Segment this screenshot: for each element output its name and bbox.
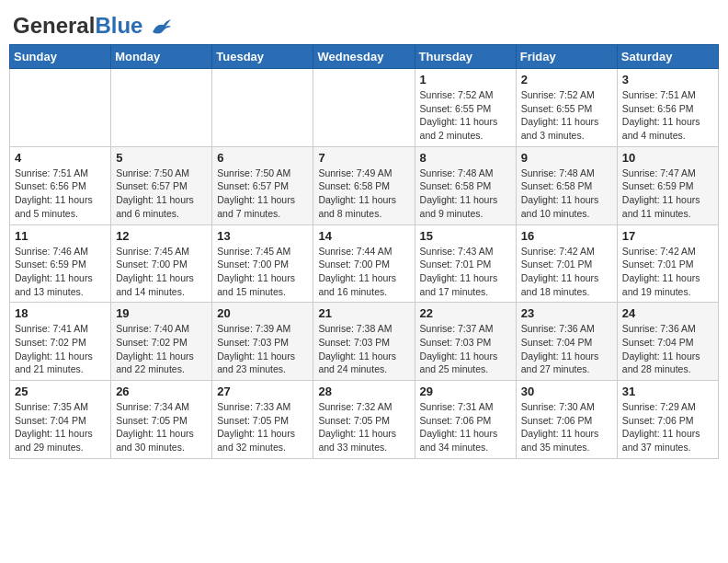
calendar-cell: 14Sunrise: 7:44 AMSunset: 7:00 PMDayligh… bbox=[313, 224, 415, 303]
day-info: Sunrise: 7:35 AMSunset: 7:04 PMDaylight:… bbox=[15, 400, 106, 454]
day-number: 14 bbox=[318, 229, 409, 243]
calendar-cell: 6Sunrise: 7:50 AMSunset: 6:57 PMDaylight… bbox=[212, 146, 313, 224]
day-number: 1 bbox=[420, 73, 511, 86]
weekday-header-sunday: Sunday bbox=[10, 45, 111, 69]
day-info: Sunrise: 7:34 AMSunset: 7:05 PMDaylight:… bbox=[116, 400, 207, 454]
day-info: Sunrise: 7:39 AMSunset: 7:03 PMDaylight:… bbox=[217, 322, 308, 376]
calendar-cell bbox=[313, 69, 415, 147]
calendar-cell: 10Sunrise: 7:47 AMSunset: 6:59 PMDayligh… bbox=[617, 146, 718, 224]
day-info: Sunrise: 7:48 AMSunset: 6:58 PMDaylight:… bbox=[420, 167, 511, 221]
day-info: Sunrise: 7:44 AMSunset: 7:00 PMDaylight:… bbox=[318, 245, 409, 299]
day-number: 11 bbox=[15, 229, 106, 243]
day-number: 24 bbox=[622, 306, 713, 320]
day-number: 19 bbox=[116, 306, 207, 320]
logo-bird-icon bbox=[151, 19, 171, 36]
calendar-week-2: 4Sunrise: 7:51 AMSunset: 6:56 PMDaylight… bbox=[10, 146, 719, 224]
day-info: Sunrise: 7:33 AMSunset: 7:05 PMDaylight:… bbox=[217, 400, 308, 454]
weekday-header-row: SundayMondayTuesdayWednesdayThursdayFrid… bbox=[10, 45, 719, 69]
logo-general: General bbox=[13, 13, 95, 38]
day-number: 4 bbox=[15, 151, 106, 165]
calendar-cell: 29Sunrise: 7:31 AMSunset: 7:06 PMDayligh… bbox=[415, 381, 516, 459]
calendar-cell: 11Sunrise: 7:46 AMSunset: 6:59 PMDayligh… bbox=[10, 224, 111, 303]
calendar-cell: 20Sunrise: 7:39 AMSunset: 7:03 PMDayligh… bbox=[212, 303, 313, 381]
day-number: 21 bbox=[318, 306, 409, 320]
day-info: Sunrise: 7:45 AMSunset: 7:00 PMDaylight:… bbox=[116, 245, 207, 299]
day-number: 5 bbox=[116, 151, 207, 165]
weekday-header-wednesday: Wednesday bbox=[313, 45, 415, 69]
logo-blue: Blue bbox=[95, 13, 142, 38]
calendar-cell: 19Sunrise: 7:40 AMSunset: 7:02 PMDayligh… bbox=[111, 303, 212, 381]
header: GeneralBlue bbox=[9, 9, 719, 37]
day-info: Sunrise: 7:37 AMSunset: 7:03 PMDaylight:… bbox=[420, 322, 511, 376]
calendar-week-5: 25Sunrise: 7:35 AMSunset: 7:04 PMDayligh… bbox=[10, 381, 719, 459]
day-number: 15 bbox=[420, 229, 511, 243]
calendar-cell: 30Sunrise: 7:30 AMSunset: 7:06 PMDayligh… bbox=[516, 381, 617, 459]
calendar-cell: 3Sunrise: 7:51 AMSunset: 6:56 PMDaylight… bbox=[617, 69, 718, 147]
day-info: Sunrise: 7:52 AMSunset: 6:55 PMDaylight:… bbox=[420, 88, 511, 143]
calendar-cell: 13Sunrise: 7:45 AMSunset: 7:00 PMDayligh… bbox=[212, 224, 313, 303]
day-number: 28 bbox=[318, 385, 409, 398]
day-info: Sunrise: 7:46 AMSunset: 6:59 PMDaylight:… bbox=[15, 245, 106, 299]
weekday-header-friday: Friday bbox=[516, 45, 617, 69]
calendar-week-4: 18Sunrise: 7:41 AMSunset: 7:02 PMDayligh… bbox=[10, 303, 719, 381]
day-number: 17 bbox=[622, 229, 713, 243]
day-info: Sunrise: 7:49 AMSunset: 6:58 PMDaylight:… bbox=[318, 167, 409, 221]
day-info: Sunrise: 7:41 AMSunset: 7:02 PMDaylight:… bbox=[15, 322, 106, 376]
day-number: 18 bbox=[15, 306, 106, 320]
calendar-cell: 7Sunrise: 7:49 AMSunset: 6:58 PMDaylight… bbox=[313, 146, 415, 224]
day-number: 20 bbox=[217, 306, 308, 320]
day-number: 3 bbox=[622, 73, 713, 86]
day-info: Sunrise: 7:31 AMSunset: 7:06 PMDaylight:… bbox=[420, 400, 511, 454]
day-number: 26 bbox=[116, 385, 207, 398]
day-number: 23 bbox=[521, 306, 612, 320]
day-number: 29 bbox=[420, 385, 511, 398]
calendar-cell: 12Sunrise: 7:45 AMSunset: 7:00 PMDayligh… bbox=[111, 224, 212, 303]
day-info: Sunrise: 7:29 AMSunset: 7:06 PMDaylight:… bbox=[622, 400, 713, 454]
day-info: Sunrise: 7:50 AMSunset: 6:57 PMDaylight:… bbox=[116, 167, 207, 221]
day-info: Sunrise: 7:51 AMSunset: 6:56 PMDaylight:… bbox=[15, 167, 106, 221]
calendar-table: SundayMondayTuesdayWednesdayThursdayFrid… bbox=[9, 44, 719, 459]
calendar-cell: 22Sunrise: 7:37 AMSunset: 7:03 PMDayligh… bbox=[415, 303, 516, 381]
calendar-week-3: 11Sunrise: 7:46 AMSunset: 6:59 PMDayligh… bbox=[10, 224, 719, 303]
calendar-cell: 24Sunrise: 7:36 AMSunset: 7:04 PMDayligh… bbox=[617, 303, 718, 381]
day-info: Sunrise: 7:52 AMSunset: 6:55 PMDaylight:… bbox=[521, 88, 612, 143]
weekday-header-saturday: Saturday bbox=[617, 45, 718, 69]
day-number: 7 bbox=[318, 151, 409, 165]
day-number: 30 bbox=[521, 385, 612, 398]
day-number: 22 bbox=[420, 306, 511, 320]
day-info: Sunrise: 7:38 AMSunset: 7:03 PMDaylight:… bbox=[318, 322, 409, 376]
day-info: Sunrise: 7:43 AMSunset: 7:01 PMDaylight:… bbox=[420, 245, 511, 299]
calendar-cell: 27Sunrise: 7:33 AMSunset: 7:05 PMDayligh… bbox=[212, 381, 313, 459]
calendar-week-1: 1Sunrise: 7:52 AMSunset: 6:55 PMDaylight… bbox=[10, 69, 719, 147]
day-number: 31 bbox=[622, 385, 713, 398]
day-number: 6 bbox=[217, 151, 308, 165]
day-info: Sunrise: 7:32 AMSunset: 7:05 PMDaylight:… bbox=[318, 400, 409, 454]
weekday-header-thursday: Thursday bbox=[415, 45, 516, 69]
calendar-cell: 28Sunrise: 7:32 AMSunset: 7:05 PMDayligh… bbox=[313, 381, 415, 459]
day-info: Sunrise: 7:47 AMSunset: 6:59 PMDaylight:… bbox=[622, 167, 713, 221]
day-info: Sunrise: 7:42 AMSunset: 7:01 PMDaylight:… bbox=[622, 245, 713, 299]
day-info: Sunrise: 7:30 AMSunset: 7:06 PMDaylight:… bbox=[521, 400, 612, 454]
day-number: 12 bbox=[116, 229, 207, 243]
calendar-cell: 5Sunrise: 7:50 AMSunset: 6:57 PMDaylight… bbox=[111, 146, 212, 224]
calendar-cell: 23Sunrise: 7:36 AMSunset: 7:04 PMDayligh… bbox=[516, 303, 617, 381]
calendar-cell: 18Sunrise: 7:41 AMSunset: 7:02 PMDayligh… bbox=[10, 303, 111, 381]
calendar-cell: 16Sunrise: 7:42 AMSunset: 7:01 PMDayligh… bbox=[516, 224, 617, 303]
day-info: Sunrise: 7:45 AMSunset: 7:00 PMDaylight:… bbox=[217, 245, 308, 299]
day-info: Sunrise: 7:40 AMSunset: 7:02 PMDaylight:… bbox=[116, 322, 207, 376]
day-number: 16 bbox=[521, 229, 612, 243]
weekday-header-tuesday: Tuesday bbox=[212, 45, 313, 69]
calendar-cell: 4Sunrise: 7:51 AMSunset: 6:56 PMDaylight… bbox=[10, 146, 111, 224]
weekday-header-monday: Monday bbox=[111, 45, 212, 69]
calendar-cell: 26Sunrise: 7:34 AMSunset: 7:05 PMDayligh… bbox=[111, 381, 212, 459]
calendar-cell: 17Sunrise: 7:42 AMSunset: 7:01 PMDayligh… bbox=[617, 224, 718, 303]
day-info: Sunrise: 7:50 AMSunset: 6:57 PMDaylight:… bbox=[217, 167, 308, 221]
day-number: 10 bbox=[622, 151, 713, 165]
calendar-cell bbox=[111, 69, 212, 147]
calendar-cell: 15Sunrise: 7:43 AMSunset: 7:01 PMDayligh… bbox=[415, 224, 516, 303]
calendar-cell: 25Sunrise: 7:35 AMSunset: 7:04 PMDayligh… bbox=[10, 381, 111, 459]
day-info: Sunrise: 7:51 AMSunset: 6:56 PMDaylight:… bbox=[622, 88, 713, 143]
day-info: Sunrise: 7:42 AMSunset: 7:01 PMDaylight:… bbox=[521, 245, 612, 299]
calendar-cell: 2Sunrise: 7:52 AMSunset: 6:55 PMDaylight… bbox=[516, 69, 617, 147]
day-number: 25 bbox=[15, 385, 106, 398]
